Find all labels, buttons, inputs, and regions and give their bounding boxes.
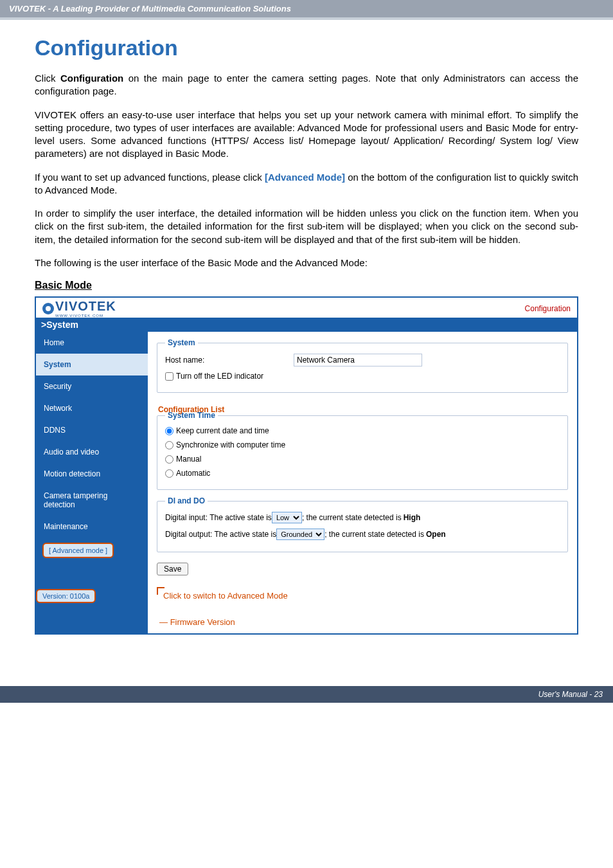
do-text-b: ; the current state detected is — [324, 530, 424, 539]
system-time-fieldset: System Time Keep current date and time S… — [157, 411, 568, 490]
nav-security[interactable]: Security — [36, 375, 148, 397]
basic-mode-heading: Basic Mode — [35, 280, 578, 291]
sync-time-label: Synchronize with computer time — [176, 440, 285, 449]
hostname-input[interactable] — [294, 354, 422, 366]
nav-home[interactable]: Home — [36, 332, 148, 354]
nav-ddns[interactable]: DDNS — [36, 419, 148, 441]
keep-time-label: Keep current date and time — [176, 426, 269, 435]
advanced-mode-button[interactable]: [ Advanced mode ] — [42, 543, 114, 558]
system-header-bar: >System — [36, 318, 577, 332]
led-label: Turn off the LED indicator — [176, 372, 263, 381]
di-text-a: Digital input: The active state is — [165, 513, 272, 522]
page-content: Configuration Click Configuration on the… — [0, 20, 613, 660]
main-panel: System Host name: Turn off the LED indic… — [148, 332, 577, 633]
dido-fieldset: DI and DO Digital input: The active stat… — [157, 496, 568, 552]
nav-audio-video[interactable]: Audio and video — [36, 441, 148, 463]
nav-motion-detection[interactable]: Motion detection — [36, 463, 148, 485]
paragraph-4: In order to simplify the user interface,… — [35, 207, 578, 246]
paragraph-5: The following is the user interface of t… — [35, 257, 578, 269]
di-select[interactable]: Low — [272, 512, 302, 523]
keep-time-radio[interactable] — [165, 427, 173, 435]
p3-blue: [Advanced Mode] — [265, 172, 345, 183]
logo-subtext: WWW.VIVOTEK.COM — [55, 314, 116, 318]
version-label: Version: 0100a — [36, 589, 96, 603]
dido-legend: DI and DO — [165, 496, 208, 505]
di-state: High — [404, 513, 421, 522]
nav-maintenance[interactable]: Maintenance — [36, 516, 148, 538]
auto-time-radio[interactable] — [165, 469, 173, 478]
hostname-label: Host name: — [165, 356, 294, 365]
ui-top-bar: VIVOTEK WWW.VIVOTEK.COM Configuration — [36, 298, 577, 318]
config-list-callout: Configuration List — [157, 399, 568, 411]
auto-time-label: Automatic — [176, 469, 210, 478]
led-checkbox[interactable] — [165, 372, 173, 381]
version-wrap: Version: 0100a — [36, 563, 148, 608]
ui-screenshot: VIVOTEK WWW.VIVOTEK.COM Configuration >S… — [35, 296, 578, 635]
ui-body: Home System Security Network DDNS Audio … — [36, 332, 577, 633]
led-row: Turn off the LED indicator — [165, 372, 560, 381]
keep-time-row: Keep current date and time — [165, 426, 560, 435]
config-list-label: Configuration List — [158, 405, 224, 414]
paragraph-1: Click Configuration on the main page to … — [35, 72, 578, 98]
p3-a: If you want to set up advanced functions… — [35, 172, 265, 183]
page-footer: User's Manual - 23 — [0, 686, 613, 703]
di-row: Digital input: The active state is Low ;… — [165, 512, 560, 523]
system-fieldset: System Host name: Turn off the LED indic… — [157, 338, 568, 393]
di-text-b: ; the current state detected is — [302, 513, 402, 522]
do-select[interactable]: Grounded — [276, 529, 324, 540]
nav-network[interactable]: Network — [36, 397, 148, 419]
vivotek-logo: VIVOTEK WWW.VIVOTEK.COM — [42, 299, 116, 318]
switch-advanced-note: Click to switch to Advanced Mode — [163, 591, 568, 601]
firmware-version-note: — Firmware Version — [159, 617, 568, 627]
firmware-version-text: Firmware Version — [170, 617, 235, 627]
auto-time-row: Automatic — [165, 469, 560, 478]
logo-text: VIVOTEK — [55, 299, 116, 313]
system-legend: System — [165, 338, 198, 347]
page-title: Configuration — [35, 35, 578, 60]
p1-bold: Configuration — [60, 73, 123, 84]
manual-time-row: Manual — [165, 455, 560, 464]
sidebar: Home System Security Network DDNS Audio … — [36, 332, 148, 633]
header-band: VIVOTEK - A Leading Provider of Multimed… — [0, 0, 613, 20]
nav-tampering-detection[interactable]: Camera tampering detection — [36, 485, 148, 516]
do-state: Open — [426, 530, 446, 539]
sync-time-row: Synchronize with computer time — [165, 440, 560, 449]
nav-system[interactable]: System — [36, 354, 148, 375]
manual-time-label: Manual — [176, 455, 201, 464]
p1-a: Click — [35, 73, 60, 84]
configuration-link[interactable]: Configuration — [525, 304, 571, 313]
paragraph-2: VIVOTEK offers an easy-to-use user inter… — [35, 109, 578, 161]
sync-time-radio[interactable] — [165, 441, 173, 449]
advanced-mode-wrap: [ Advanced mode ] — [36, 538, 148, 563]
do-text-a: Digital output: The active state is — [165, 530, 276, 539]
hostname-row: Host name: — [165, 354, 560, 366]
logo-mark-icon — [42, 303, 54, 314]
manual-time-radio[interactable] — [165, 455, 173, 464]
do-row: Digital output: The active state is Grou… — [165, 529, 560, 540]
paragraph-3: If you want to set up advanced functions… — [35, 171, 578, 197]
save-button[interactable]: Save — [157, 563, 188, 575]
